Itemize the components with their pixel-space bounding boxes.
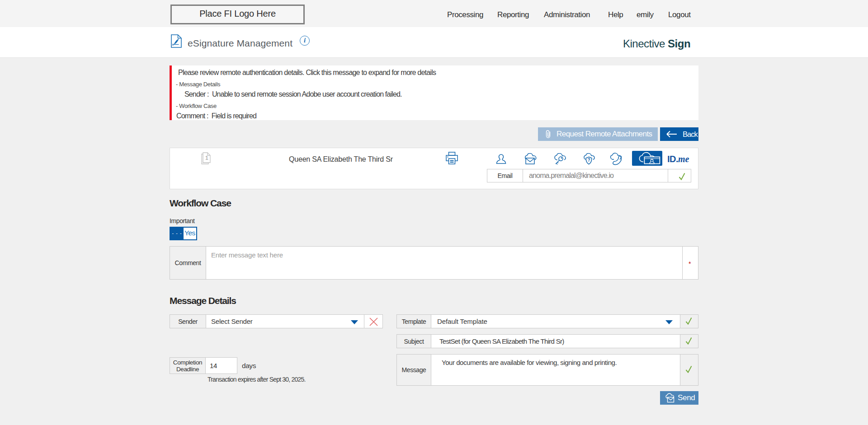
svg-text:x: x [172,43,174,46]
svg-text:1: 1 [205,155,208,161]
svg-text:?: ? [588,158,590,163]
